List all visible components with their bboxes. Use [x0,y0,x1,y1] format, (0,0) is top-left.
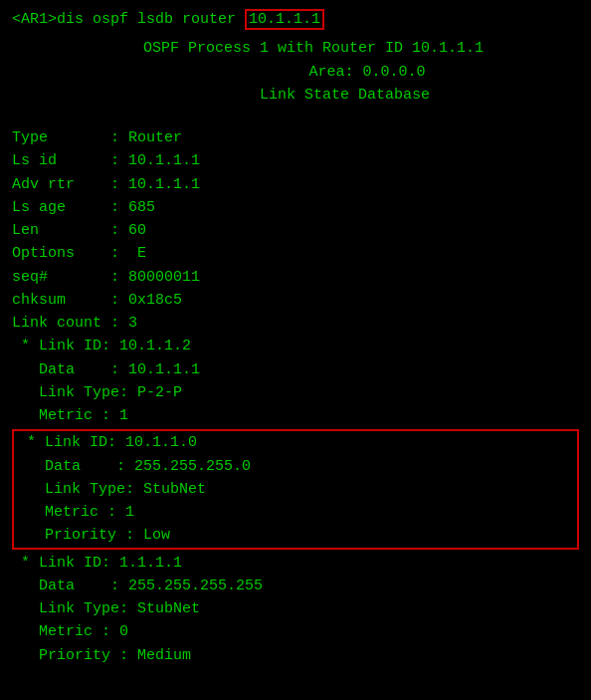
prompt-line: <AR1>dis ospf lsdb router 10.1.1.1 [12,8,579,31]
header-line2: Area: 0.0.0.0 [12,61,579,84]
link-line: * Link ID: 1.1.1.1 [12,552,579,575]
link-line: * Link ID: 10.1.1.2 [12,335,579,357]
field-row: seq# : 80000011 [12,266,579,289]
highlighted-ip: 10.1.1.1 [245,9,324,30]
link-line: Data : 255.255.255.0 [18,455,573,478]
link-line: Priority : Medium [12,644,579,667]
link-line: Priority : Low [18,524,573,547]
link-line: Link Type: StubNet [18,478,573,501]
field-row: Adv rtr : 10.1.1.1 [12,173,579,196]
link-line: Metric : 1 [12,404,579,427]
link-line: Data : 255.255.255.255 [12,575,579,597]
field-row: Type : Router [12,126,579,149]
field-row: Link count : 3 [12,312,579,335]
field-row: Options : E [12,242,579,265]
links-container: * Link ID: 10.1.1.2 Data : 10.1.1.1 Link… [12,335,579,667]
prompt-prefix: <AR1>dis ospf lsdb router [12,11,245,28]
field-row: Ls id : 10.1.1.1 [12,149,579,172]
link-line: Link Type: P-2-P [12,381,579,404]
terminal: <AR1>dis ospf lsdb router 10.1.1.1 OSPF … [12,8,579,692]
link-line: Metric : 0 [12,620,579,643]
field-row: chksum : 0x18c5 [12,289,579,312]
field-row: Len : 60 [12,219,579,242]
link-line: * Link ID: 10.1.1.0 [18,431,573,454]
fields-container: Type : RouterLs id : 10.1.1.1Adv rtr : 1… [12,126,579,335]
header-line3: Link State Database [12,84,579,107]
link-line: Data : 10.1.1.1 [12,358,579,381]
link-line: Metric : 1 [18,501,573,524]
field-row: Ls age : 685 [12,196,579,219]
header-line1: OSPF Process 1 with Router ID 10.1.1.1 [12,37,579,60]
link-line: Link Type: StubNet [12,597,579,620]
link-block-highlighted: * Link ID: 10.1.1.0 Data : 255.255.255.0… [12,429,579,549]
